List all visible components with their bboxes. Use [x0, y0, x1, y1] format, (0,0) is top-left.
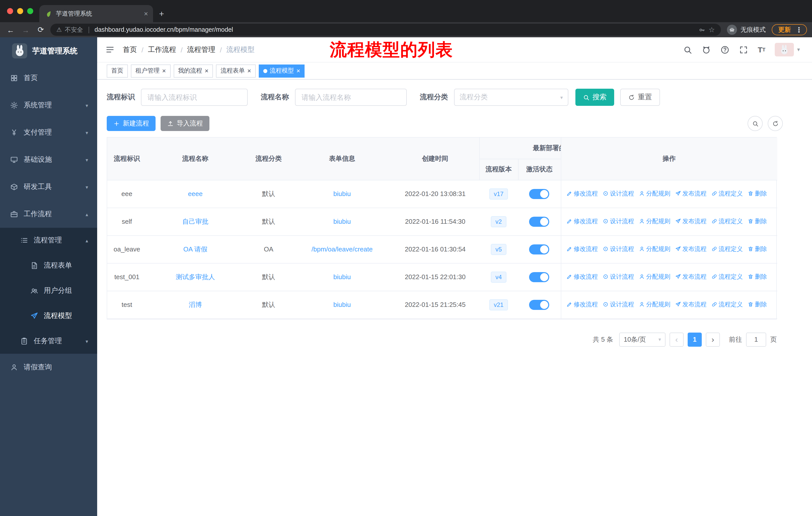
refresh-table-button[interactable] — [768, 116, 783, 131]
process-name-link[interactable]: 自己审批 — [182, 217, 208, 225]
breadcrumb-item[interactable]: 首页 — [123, 45, 137, 54]
font-size-icon[interactable]: TT — [758, 45, 765, 54]
op-definition-link[interactable]: 流程定义 — [711, 245, 743, 253]
sidebar-item-payment[interactable]: 支付管理▾ — [0, 119, 97, 146]
op-definition-link[interactable]: 流程定义 — [711, 189, 743, 198]
op-delete-link[interactable]: 删除 — [747, 189, 767, 198]
process-name-input[interactable] — [295, 89, 407, 106]
header-search-icon[interactable] — [683, 45, 692, 54]
update-button[interactable]: 更新 ⋮ — [772, 24, 807, 35]
category-select[interactable]: 流程分类 ▾ — [454, 89, 568, 106]
next-page-button[interactable]: › — [706, 332, 720, 347]
toggle-search-button[interactable] — [748, 116, 763, 131]
sidebar-item-system[interactable]: 系统管理▾ — [0, 92, 97, 119]
search-button[interactable]: 搜索 — [575, 89, 614, 106]
op-modify-link[interactable]: 修改流程 — [566, 217, 598, 226]
fullscreen-icon[interactable] — [739, 45, 748, 54]
browser-menu-icon[interactable]: ⋮ — [794, 26, 804, 34]
sidebar-item-process-model[interactable]: 流程模型 — [0, 303, 97, 329]
close-icon[interactable]: × — [247, 67, 251, 74]
browser-tab[interactable]: 芋道管理系统 × — [39, 5, 153, 22]
close-icon[interactable]: × — [162, 67, 166, 74]
window-close-button[interactable] — [7, 8, 13, 14]
op-modify-link[interactable]: 修改流程 — [566, 300, 598, 309]
active-toggle[interactable] — [529, 216, 549, 226]
active-toggle[interactable] — [529, 244, 549, 254]
active-toggle[interactable] — [529, 272, 549, 282]
op-design-link[interactable]: 设计流程 — [602, 217, 634, 226]
form-info-link[interactable]: /bpm/oa/leave/create — [312, 245, 373, 253]
form-info-link[interactable]: biubiu — [333, 273, 351, 281]
op-delete-link[interactable]: 删除 — [747, 273, 767, 281]
op-assign-link[interactable]: 分配规则 — [639, 245, 670, 253]
breadcrumb-item[interactable]: 工作流程 — [148, 45, 176, 54]
op-delete-link[interactable]: 删除 — [747, 217, 767, 226]
form-info-link[interactable]: biubiu — [333, 301, 351, 308]
op-assign-link[interactable]: 分配规则 — [639, 300, 670, 309]
op-design-link[interactable]: 设计流程 — [602, 300, 634, 309]
op-publish-link[interactable]: 发布流程 — [675, 245, 706, 253]
close-icon[interactable]: × — [296, 67, 300, 74]
key-icon[interactable] — [699, 26, 705, 33]
goto-page-input[interactable] — [746, 332, 766, 347]
tag-tenant[interactable]: 租户管理× — [131, 64, 170, 77]
tab-close-icon[interactable]: × — [144, 9, 148, 18]
forward-button[interactable]: → — [20, 25, 31, 34]
tag-process-form[interactable]: 流程表单× — [216, 64, 256, 77]
op-modify-link[interactable]: 修改流程 — [566, 273, 598, 281]
form-info-link[interactable]: biubiu — [333, 190, 351, 197]
create-process-button[interactable]: 新建流程 — [107, 116, 155, 131]
back-button[interactable]: ← — [5, 25, 16, 34]
sidebar-item-user-group[interactable]: 用户分组 — [0, 278, 97, 303]
active-toggle[interactable] — [529, 189, 549, 199]
op-publish-link[interactable]: 发布流程 — [675, 300, 706, 309]
address-bar[interactable]: ⚠ 不安全 dashboard.yudao.iocoder.cn/bpm/man… — [50, 24, 721, 36]
page-size-select[interactable]: 10条/页 ▾ — [619, 332, 666, 347]
process-name-link[interactable]: OA 请假 — [183, 245, 207, 253]
tag-home[interactable]: 首页 — [107, 64, 128, 77]
reset-button[interactable]: 重置 — [620, 89, 660, 106]
op-modify-link[interactable]: 修改流程 — [566, 245, 598, 253]
op-delete-link[interactable]: 删除 — [747, 300, 767, 309]
hamburger-icon[interactable] — [105, 45, 115, 54]
close-icon[interactable]: × — [205, 67, 208, 74]
url-text[interactable]: dashboard.yudao.iocoder.cn/bpm/manager/m… — [95, 26, 233, 33]
help-icon[interactable] — [720, 45, 729, 54]
bookmark-star-icon[interactable]: ☆ — [708, 26, 715, 34]
op-publish-link[interactable]: 发布流程 — [675, 217, 706, 226]
window-zoom-button[interactable] — [27, 8, 33, 14]
breadcrumb-item[interactable]: 流程管理 — [187, 45, 215, 54]
user-avatar[interactable]: ▾ — [775, 43, 800, 56]
tag-my-process[interactable]: 我的流程× — [173, 64, 213, 77]
form-info-link[interactable]: biubiu — [333, 218, 351, 225]
op-design-link[interactable]: 设计流程 — [602, 245, 634, 253]
process-name-link[interactable]: eeee — [188, 190, 203, 197]
op-definition-link[interactable]: 流程定义 — [711, 217, 743, 226]
op-definition-link[interactable]: 流程定义 — [711, 273, 743, 281]
page-number-1[interactable]: 1 — [688, 332, 702, 347]
sidebar-item-devtools[interactable]: 研发工具▾ — [0, 173, 97, 200]
sidebar-item-infra[interactable]: 基础设施▾ — [0, 146, 97, 173]
sidebar-item-workflow[interactable]: 工作流程▴ — [0, 200, 97, 228]
active-toggle[interactable] — [529, 300, 549, 310]
window-minimize-button[interactable] — [17, 8, 23, 14]
op-definition-link[interactable]: 流程定义 — [711, 300, 743, 309]
security-label[interactable]: 不安全 — [65, 25, 83, 34]
op-design-link[interactable]: 设计流程 — [602, 273, 634, 281]
sidebar-item-task-mgmt[interactable]: 任务管理▾ — [0, 329, 97, 354]
op-assign-link[interactable]: 分配规则 — [639, 217, 670, 226]
op-publish-link[interactable]: 发布流程 — [675, 189, 706, 198]
op-publish-link[interactable]: 发布流程 — [675, 273, 706, 281]
op-modify-link[interactable]: 修改流程 — [566, 189, 598, 198]
tag-process-model[interactable]: 流程模型× — [259, 64, 305, 77]
sidebar-item-home[interactable]: 首页 — [0, 64, 97, 92]
prev-page-button[interactable]: ‹ — [670, 332, 684, 347]
op-delete-link[interactable]: 删除 — [747, 245, 767, 253]
sidebar-item-process-mgmt[interactable]: 流程管理▴ — [0, 228, 97, 253]
sidebar-item-leave-query[interactable]: 请假查询 — [0, 354, 97, 381]
github-icon[interactable] — [702, 45, 711, 54]
process-name-link[interactable]: 测试多审批人 — [176, 273, 215, 280]
new-tab-button[interactable]: + — [159, 9, 164, 19]
sidebar-item-process-form[interactable]: 流程表单 — [0, 253, 97, 278]
process-name-link[interactable]: 滔博 — [189, 301, 202, 308]
